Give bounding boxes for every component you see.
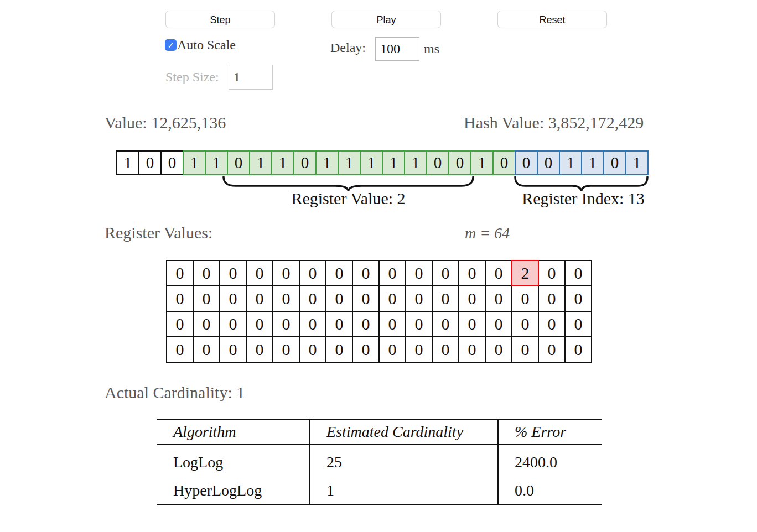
- bit-cell: 1: [581, 150, 604, 175]
- register-cell: 0: [246, 285, 273, 312]
- register-cell: 0: [485, 311, 512, 337]
- table-cell: 1: [310, 477, 498, 504]
- bit-cell: 0: [448, 150, 471, 175]
- register-cell: 0: [325, 311, 353, 337]
- register-value-number: 2: [397, 189, 406, 207]
- reset-button[interactable]: Reset: [497, 11, 607, 28]
- table-row: HyperLogLog10.0: [157, 477, 602, 504]
- results-table-head: AlgorithmEstimated Cardinality% Error: [157, 419, 602, 444]
- register-cell: 0: [193, 336, 220, 363]
- register-cell: 0: [458, 285, 486, 312]
- register-cell: 0: [299, 311, 326, 337]
- results-table: AlgorithmEstimated Cardinality% Error Lo…: [157, 419, 602, 505]
- table-cell: 25: [310, 444, 498, 477]
- register-cell: 0: [219, 285, 247, 312]
- bit-cell: 0: [515, 150, 538, 175]
- register-cell: 0: [272, 285, 300, 312]
- m-parameter-label: m = 64: [465, 225, 510, 242]
- bit-cell: 1: [625, 150, 649, 175]
- hyperloglog-visualizer: Step Play Reset ✓ Auto Scale Delay: ms S…: [0, 0, 757, 532]
- register-cell: 0: [352, 260, 380, 286]
- register-cell: 0: [458, 311, 486, 337]
- register-cell: 0: [352, 311, 380, 337]
- bit-cell: 1: [315, 150, 339, 175]
- register-cell: 0: [538, 260, 566, 286]
- register-cell: 0: [246, 336, 273, 363]
- register-cell: 0: [272, 336, 300, 363]
- register-cell: 0: [432, 260, 459, 286]
- value-number: 12,625,136: [151, 113, 226, 132]
- register-cell: 0: [166, 260, 194, 286]
- actual-cardinality-text: Actual Cardinality: 1: [105, 383, 245, 402]
- register-cell: 0: [564, 311, 592, 337]
- register-cell: 0: [193, 260, 220, 286]
- results-table-body: LogLog252400.0HyperLogLog10.0: [157, 444, 602, 504]
- bit-cell: 1: [404, 150, 427, 175]
- register-cell: 0: [485, 285, 512, 312]
- register-cell: 0: [458, 336, 486, 363]
- register-cell: 0: [299, 260, 326, 286]
- bit-cell: 0: [537, 150, 560, 175]
- register-cell: 0: [166, 285, 194, 312]
- table-row: LogLog252400.0: [157, 444, 602, 477]
- register-grid: 0000000000000200000000000000000000000000…: [166, 260, 592, 363]
- step-button[interactable]: Step: [165, 11, 275, 28]
- register-index-text: Register Index: 13: [509, 189, 657, 208]
- auto-scale-control: ✓ Auto Scale: [165, 38, 236, 53]
- register-values-title: Register Values:: [105, 223, 212, 242]
- register-cell: 0: [193, 285, 220, 312]
- bit-cell: 1: [338, 150, 361, 175]
- register-cell: 0: [538, 311, 566, 337]
- bit-cell: 0: [603, 150, 626, 175]
- delay-input[interactable]: [375, 37, 419, 61]
- table-cell: 0.0: [498, 477, 602, 504]
- register-value-text: Register Value: 2: [222, 189, 474, 208]
- actual-cardinality-label: Actual Cardinality:: [105, 383, 232, 401]
- bit-cell: 1: [116, 150, 139, 175]
- bit-cell: 0: [293, 150, 317, 175]
- register-cell: 0: [405, 285, 433, 312]
- register-cell: 0: [485, 336, 512, 363]
- auto-scale-checkbox[interactable]: ✓: [165, 39, 177, 51]
- bit-cell: 1: [470, 150, 494, 175]
- register-cell: 0: [378, 260, 406, 286]
- register-cell: 0: [352, 336, 380, 363]
- step-size-input[interactable]: [229, 65, 273, 90]
- table-cell: LogLog: [157, 444, 310, 477]
- hash-value-label: Hash Value:: [464, 113, 544, 132]
- register-cell: 0: [564, 336, 592, 363]
- auto-scale-label: Auto Scale: [177, 38, 236, 53]
- register-row: 0000000000000000: [166, 336, 592, 363]
- table-cell: HyperLogLog: [157, 477, 310, 504]
- register-cell: 0: [405, 311, 433, 337]
- bit-cell: 1: [249, 150, 272, 175]
- register-cell: 0: [299, 336, 326, 363]
- step-size-label: Step Size:: [165, 70, 219, 85]
- register-cell: 0: [564, 260, 592, 286]
- register-cell: 0: [325, 336, 353, 363]
- register-cell: 0: [458, 260, 486, 286]
- current-value-text: Value: 12,625,136: [105, 113, 226, 132]
- register-row: 0000000000000000: [166, 285, 592, 312]
- table-header-cell: % Error: [498, 419, 602, 444]
- register-cell: 0: [538, 285, 566, 312]
- bit-cell: 0: [138, 150, 162, 175]
- actual-cardinality-number: 1: [236, 383, 245, 401]
- checkmark-icon: ✓: [167, 40, 174, 50]
- register-value-label: Register Value:: [291, 189, 393, 207]
- bit-cell: 0: [227, 150, 250, 175]
- register-cell: 0: [378, 285, 406, 312]
- bit-cell: 1: [382, 150, 405, 175]
- register-cell: 0: [485, 260, 512, 286]
- register-cell: 0: [378, 336, 406, 363]
- register-cell: 0: [246, 311, 273, 337]
- bit-cell: 1: [205, 150, 228, 175]
- register-cell: 0: [272, 260, 300, 286]
- hash-value-number: 3,852,172,429: [548, 113, 644, 132]
- bit-cell: 1: [271, 150, 294, 175]
- bit-cell: 0: [160, 150, 184, 175]
- delay-label: Delay:: [330, 40, 366, 55]
- register-cell: 0: [325, 260, 353, 286]
- bit-cell: 0: [492, 150, 516, 175]
- play-button[interactable]: Play: [331, 11, 441, 28]
